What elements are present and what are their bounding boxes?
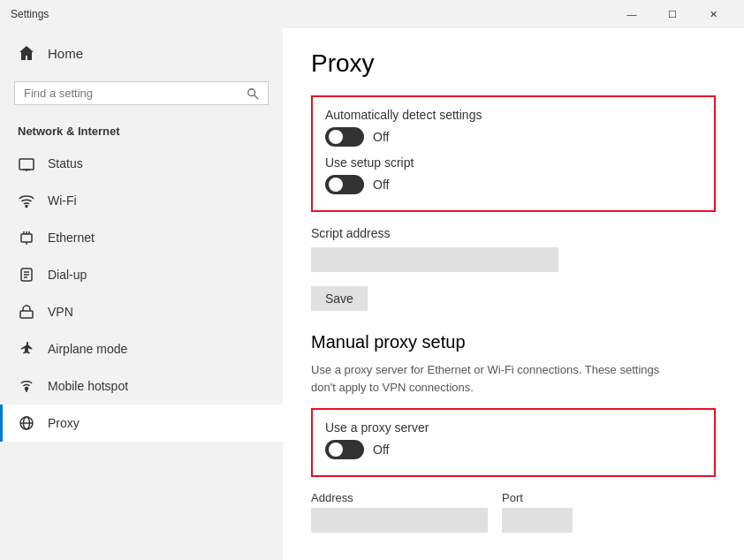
sidebar-item-dialup-label: Dial-up <box>48 268 87 282</box>
sidebar-item-ethernet-label: Ethernet <box>48 231 95 245</box>
svg-point-16 <box>26 388 28 390</box>
minimize-button[interactable]: — <box>611 0 652 28</box>
sidebar-item-wifi-label: Wi-Fi <box>48 193 77 208</box>
automatic-setup-box: Automatically detect settings Off Use se… <box>311 95 716 212</box>
address-port-row: Address Port <box>311 491 716 533</box>
save-button[interactable]: Save <box>311 286 368 311</box>
setup-script-label: Use setup script <box>325 155 702 170</box>
setup-script-toggle[interactable] <box>325 175 364 194</box>
port-input[interactable] <box>502 508 573 533</box>
search-input[interactable] <box>24 87 247 100</box>
auto-detect-label: Automatically detect settings <box>325 108 702 122</box>
svg-rect-6 <box>21 234 32 242</box>
script-address-label: Script address <box>311 226 716 240</box>
main-content: Proxy Automatically detect settings Off … <box>283 28 744 560</box>
use-proxy-box: Use a proxy server Off <box>311 408 716 477</box>
script-address-input[interactable] <box>311 247 558 272</box>
sidebar-item-wifi[interactable]: Wi-Fi <box>0 182 283 219</box>
use-proxy-label: Use a proxy server <box>325 420 702 435</box>
sidebar-item-home[interactable]: Home <box>0 28 283 78</box>
svg-rect-2 <box>19 159 34 170</box>
title-bar: Settings — ☐ ✕ <box>0 0 744 28</box>
sidebar-item-hotspot-label: Mobile hotspot <box>48 379 128 393</box>
sidebar-item-status-label: Status <box>48 156 83 170</box>
sidebar-item-airplane[interactable]: Airplane mode <box>0 330 283 367</box>
address-field-wrap: Address <box>311 491 488 533</box>
svg-rect-15 <box>20 311 33 318</box>
svg-point-0 <box>248 88 255 95</box>
page-title: Proxy <box>311 49 716 78</box>
use-proxy-toggle[interactable] <box>325 440 364 459</box>
port-label: Port <box>502 491 573 504</box>
sidebar-section-title: Network & Internet <box>0 116 283 145</box>
sidebar-item-dialup[interactable]: Dial-up <box>0 256 283 293</box>
home-icon <box>18 44 35 62</box>
setup-script-toggle-container: Off <box>325 175 702 194</box>
sidebar-item-ethernet[interactable]: Ethernet <box>0 219 283 256</box>
svg-line-1 <box>254 95 258 98</box>
use-proxy-toggle-container: Off <box>325 440 702 459</box>
auto-detect-toggle-container: Off <box>325 127 702 147</box>
search-box[interactable] <box>14 81 269 105</box>
window-controls: — ☐ ✕ <box>611 0 733 28</box>
app-title: Settings <box>11 8 611 20</box>
airplane-icon <box>18 340 35 358</box>
sidebar-item-vpn-label: VPN <box>48 305 73 319</box>
address-input[interactable] <box>311 508 488 533</box>
sidebar-item-proxy-label: Proxy <box>48 416 80 430</box>
address-label: Address <box>311 491 488 504</box>
vpn-icon <box>18 303 35 321</box>
ethernet-icon <box>18 229 35 246</box>
auto-detect-toggle[interactable] <box>325 127 364 147</box>
sidebar-item-hotspot[interactable]: Mobile hotspot <box>0 367 283 405</box>
close-button[interactable]: ✕ <box>693 0 733 28</box>
sidebar: Home Network & Internet Status <box>0 28 283 560</box>
sidebar-item-proxy[interactable]: Proxy <box>0 405 283 442</box>
port-field-wrap: Port <box>502 491 573 533</box>
sidebar-item-status[interactable]: Status <box>0 145 283 182</box>
hotspot-icon <box>18 377 35 395</box>
svg-point-5 <box>26 206 27 208</box>
use-proxy-state: Off <box>373 443 389 457</box>
app-container: Home Network & Internet Status <box>0 28 744 560</box>
setup-script-state: Off <box>373 178 389 192</box>
maximize-button[interactable]: ☐ <box>652 0 693 28</box>
dialup-icon <box>18 266 35 284</box>
manual-setup-description: Use a proxy server for Ethernet or Wi-Fi… <box>311 361 682 396</box>
home-label: Home <box>48 46 83 61</box>
wifi-icon <box>18 192 35 209</box>
auto-detect-state: Off <box>373 130 389 144</box>
search-icon <box>247 87 259 100</box>
proxy-icon <box>18 414 35 432</box>
sidebar-item-vpn[interactable]: VPN <box>0 293 283 330</box>
status-icon <box>18 155 35 172</box>
manual-setup-title: Manual proxy setup <box>311 332 716 352</box>
sidebar-item-airplane-label: Airplane mode <box>48 342 127 356</box>
